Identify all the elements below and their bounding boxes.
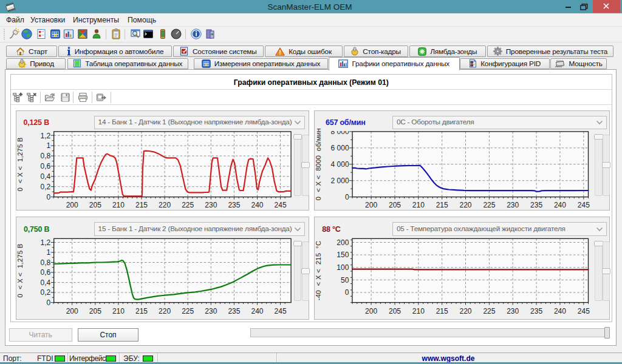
svg-text:50: 50 xyxy=(341,276,349,285)
svg-text:220: 220 xyxy=(159,201,171,209)
svg-text:205: 205 xyxy=(389,307,401,315)
svg-text:200: 200 xyxy=(365,201,377,209)
svg-text:200: 200 xyxy=(66,201,78,209)
svg-text:240: 240 xyxy=(554,307,566,315)
svg-text:230: 230 xyxy=(205,307,217,315)
svg-text:245: 245 xyxy=(578,201,590,209)
svg-text:240: 240 xyxy=(554,201,566,209)
svg-text:210: 210 xyxy=(112,307,125,315)
svg-text:225: 225 xyxy=(182,307,194,315)
svg-text:-40 < X < 215 °C: -40 < X < 215 °C xyxy=(315,241,323,300)
svg-text:200: 200 xyxy=(337,238,349,247)
svg-text:150: 150 xyxy=(337,251,349,260)
svg-text:220: 220 xyxy=(159,307,171,315)
svg-text:0,4: 0,4 xyxy=(41,278,51,287)
svg-text:0,6: 0,6 xyxy=(41,162,51,170)
svg-text:0 < X < 1,275 В: 0 < X < 1,275 В xyxy=(17,244,24,298)
svg-text:1: 1 xyxy=(47,249,51,257)
svg-text:205: 205 xyxy=(389,201,401,209)
svg-text:1: 1 xyxy=(47,142,51,150)
svg-text:0: 0 xyxy=(345,193,349,201)
svg-text:210: 210 xyxy=(112,201,125,209)
svg-text:0: 0 xyxy=(345,289,349,297)
svg-text:100: 100 xyxy=(337,263,349,272)
svg-text:240: 240 xyxy=(251,307,264,315)
svg-text:0,8: 0,8 xyxy=(41,152,51,161)
svg-text:215: 215 xyxy=(135,201,148,209)
svg-text:230: 230 xyxy=(507,201,519,209)
svg-text:215: 215 xyxy=(436,201,448,209)
svg-text:4 000: 4 000 xyxy=(331,160,349,169)
svg-text:235: 235 xyxy=(530,307,542,315)
svg-text:220: 220 xyxy=(460,307,472,315)
svg-text:245: 245 xyxy=(578,307,590,315)
svg-text:0: 0 xyxy=(47,298,51,307)
svg-text:8 000: 8 000 xyxy=(331,127,349,136)
svg-text:205: 205 xyxy=(89,307,101,315)
svg-text:215: 215 xyxy=(436,307,448,315)
svg-text:230: 230 xyxy=(507,307,519,315)
svg-text:0,4: 0,4 xyxy=(41,172,51,181)
svg-text:235: 235 xyxy=(530,201,542,209)
svg-text:210: 210 xyxy=(412,201,425,209)
svg-text:225: 225 xyxy=(484,307,496,315)
svg-text:235: 235 xyxy=(228,201,241,209)
svg-text:240: 240 xyxy=(251,201,264,209)
svg-text:1,2: 1,2 xyxy=(41,238,51,247)
svg-text:205: 205 xyxy=(89,201,101,209)
svg-text:230: 230 xyxy=(205,201,217,209)
svg-text:200: 200 xyxy=(365,307,377,315)
svg-text:220: 220 xyxy=(460,201,472,209)
svg-text:0 < X < 1,275 В: 0 < X < 1,275 В xyxy=(17,137,24,191)
svg-text:0,2: 0,2 xyxy=(41,289,51,297)
svg-text:245: 245 xyxy=(275,201,287,209)
svg-text:0: 0 xyxy=(47,193,51,201)
svg-text:2 000: 2 000 xyxy=(331,177,349,185)
svg-text:0,6: 0,6 xyxy=(41,269,51,277)
svg-text:245: 245 xyxy=(275,307,287,315)
svg-text:210: 210 xyxy=(412,307,425,315)
svg-text:215: 215 xyxy=(135,307,148,315)
svg-text:200: 200 xyxy=(66,307,78,315)
svg-text:1,2: 1,2 xyxy=(41,132,51,140)
svg-text:6 000: 6 000 xyxy=(331,144,349,152)
svg-text:225: 225 xyxy=(182,201,194,209)
svg-text:0,8: 0,8 xyxy=(41,258,51,267)
svg-text:0 < X < 8000 об/мин: 0 < X < 8000 об/мин xyxy=(315,129,323,201)
svg-text:225: 225 xyxy=(484,201,496,209)
svg-text:0,2: 0,2 xyxy=(41,183,51,191)
svg-text:235: 235 xyxy=(228,307,241,315)
